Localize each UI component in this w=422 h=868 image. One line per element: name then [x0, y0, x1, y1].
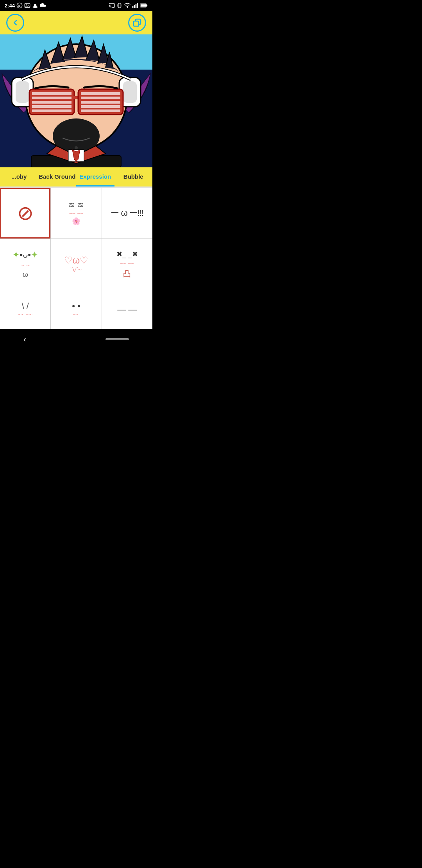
nav-back-button[interactable]: ‹: [23, 335, 26, 344]
character-display: [0, 34, 152, 167]
tab-background-label: Back Ground: [39, 173, 75, 180]
expression-none[interactable]: ⊘: [0, 188, 50, 239]
expression-1[interactable]: ≋ ≋ ~~ ~~ 🌸: [51, 188, 101, 239]
time: 2:44: [5, 3, 15, 9]
expression-3[interactable]: ✦•ᴗ•✦ ~ ~ ω: [0, 239, 50, 290]
status-left: 2:44 G: [5, 2, 46, 9]
svg-rect-12: [136, 4, 137, 8]
svg-rect-25: [32, 92, 72, 95]
expression-5[interactable]: ✖_ _✖ ~~ ~~ 凸: [102, 239, 152, 290]
expression-4[interactable]: ♡ω♡ ˘v˘~: [51, 239, 101, 290]
expression-2[interactable]: ー ω ー!!!: [102, 188, 152, 239]
tab-bubble-label: Bubble: [123, 173, 143, 180]
svg-point-42: [75, 146, 78, 149]
copy-button[interactable]: [128, 14, 146, 32]
svg-rect-16: [134, 21, 139, 26]
svg-rect-21: [16, 81, 29, 103]
tabs-bar: ...oby Back Ground Expression Bubble: [0, 167, 152, 188]
expression-8-content: — —: [117, 305, 137, 315]
expression-7[interactable]: • • ~~: [51, 290, 101, 329]
avatar-area: [0, 34, 152, 167]
svg-rect-28: [32, 105, 72, 108]
copy-icon: [132, 18, 142, 27]
svg-rect-6: [118, 3, 121, 8]
top-bar: [0, 11, 152, 34]
svg-rect-36: [81, 109, 120, 112]
expression-8[interactable]: — —: [102, 290, 152, 329]
tab-background[interactable]: Back Ground: [38, 167, 77, 187]
signal-icon: [132, 2, 138, 9]
expression-2-content: ー ω ー!!!: [111, 208, 143, 218]
wifi-icon: [124, 2, 131, 9]
tab-body-label: ...oby: [11, 173, 27, 180]
back-arrow-icon: [11, 18, 20, 27]
tab-expression[interactable]: Expression: [76, 167, 114, 187]
tab-bubble[interactable]: Bubble: [114, 167, 153, 187]
expression-7-content: • • ~~: [72, 301, 80, 318]
svg-rect-23: [123, 81, 137, 103]
svg-rect-2: [25, 4, 30, 8]
cloud-icon: [40, 2, 46, 9]
svg-rect-26: [32, 97, 72, 99]
google-icon: G: [16, 2, 23, 9]
expression-3-content: ✦•ᴗ•✦ ~ ~ ω: [13, 249, 38, 280]
expression-6[interactable]: \ / ~~ ~~: [0, 290, 50, 329]
expression-grid: ⊘ ≋ ≋ ~~ ~~ 🌸 ー ω ー!!! ✦•ᴗ•✦ ~ ~ ω ♡ω♡ ˘…: [0, 188, 152, 329]
gallery-icon: [24, 2, 30, 9]
tab-expression-label: Expression: [79, 173, 111, 180]
svg-rect-13: [137, 3, 138, 8]
svg-point-3: [26, 4, 27, 5]
svg-rect-34: [81, 101, 120, 104]
character-svg: [0, 34, 152, 167]
svg-rect-27: [32, 101, 72, 104]
back-button[interactable]: [6, 14, 24, 32]
bottom-nav: ‹: [0, 329, 152, 349]
svg-rect-10: [132, 6, 134, 8]
expression-4-content: ♡ω♡ ˘v˘~: [64, 254, 89, 274]
svg-text:G: G: [18, 4, 20, 7]
svg-rect-35: [81, 105, 120, 108]
hat-icon: [32, 2, 38, 9]
expression-1-content: ≋ ≋ ~~ ~~ 🌸: [68, 200, 84, 226]
status-right: [109, 2, 148, 9]
svg-rect-11: [134, 5, 135, 8]
svg-point-9: [127, 7, 128, 8]
no-expression-icon: ⊘: [17, 201, 34, 225]
cast-icon: [109, 2, 115, 9]
battery-icon: [140, 2, 148, 9]
svg-rect-15: [141, 4, 146, 7]
expression-5-content: ✖_ _✖ ~~ ~~ 凸: [116, 249, 138, 280]
svg-rect-32: [81, 92, 120, 95]
svg-rect-29: [32, 109, 72, 112]
expression-6-content: \ / ~~ ~~: [18, 301, 32, 318]
status-bar: 2:44 G: [0, 0, 152, 11]
svg-rect-33: [81, 97, 120, 99]
nav-home-indicator[interactable]: [106, 338, 129, 340]
vibrate-icon: [116, 2, 123, 9]
tab-body[interactable]: ...oby: [0, 167, 38, 187]
